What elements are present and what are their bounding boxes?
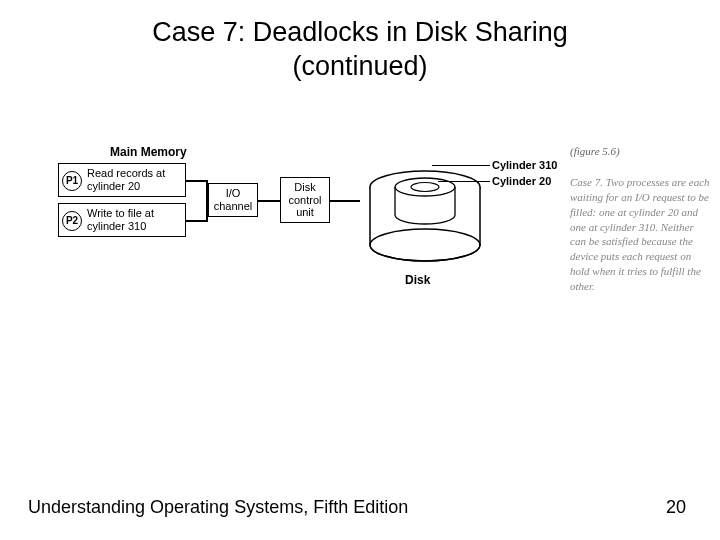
- title-line1: Case 7: Deadlocks in Disk Sharing: [152, 17, 568, 47]
- figure-diagram: Main Memory P1 Read records at cylinder …: [40, 145, 680, 375]
- p1-circle: P1: [62, 171, 82, 191]
- svg-point-3: [411, 183, 439, 192]
- figure-reference: (figure 5.6): [570, 145, 620, 157]
- connector-line: [186, 220, 208, 222]
- footer-book-title: Understanding Operating Systems, Fifth E…: [28, 497, 408, 518]
- io-channel-text: I/O channel: [214, 187, 253, 212]
- cylinder-pointer-line: [432, 165, 490, 166]
- main-memory-label: Main Memory: [110, 145, 187, 159]
- io-channel-box: I/O channel: [208, 183, 258, 217]
- disk-control-unit-box: Disk control unit: [280, 177, 330, 223]
- cylinder-20-label: Cylinder 20: [492, 175, 551, 187]
- p1-text: Read records at cylinder 20: [87, 167, 165, 192]
- disk-label: Disk: [405, 273, 430, 287]
- figure-caption: Case 7. Two processes are each waiting f…: [570, 175, 710, 294]
- cylinder-310-label: Cylinder 310: [492, 159, 557, 171]
- process-p1-box: P1 Read records at cylinder 20: [58, 163, 186, 197]
- connector-line: [330, 200, 360, 202]
- title-line2: (continued): [292, 51, 427, 81]
- p2-circle: P2: [62, 211, 82, 231]
- dcu-text: Disk control unit: [288, 181, 321, 218]
- cylinder-pointer-line: [438, 181, 490, 182]
- slide-title: Case 7: Deadlocks in Disk Sharing (conti…: [0, 0, 720, 84]
- connector-line: [186, 180, 208, 182]
- process-p2-box: P2 Write to file at cylinder 310: [58, 203, 186, 237]
- p2-text: Write to file at cylinder 310: [87, 207, 154, 232]
- connector-line: [258, 200, 280, 202]
- footer-page-number: 20: [666, 497, 686, 518]
